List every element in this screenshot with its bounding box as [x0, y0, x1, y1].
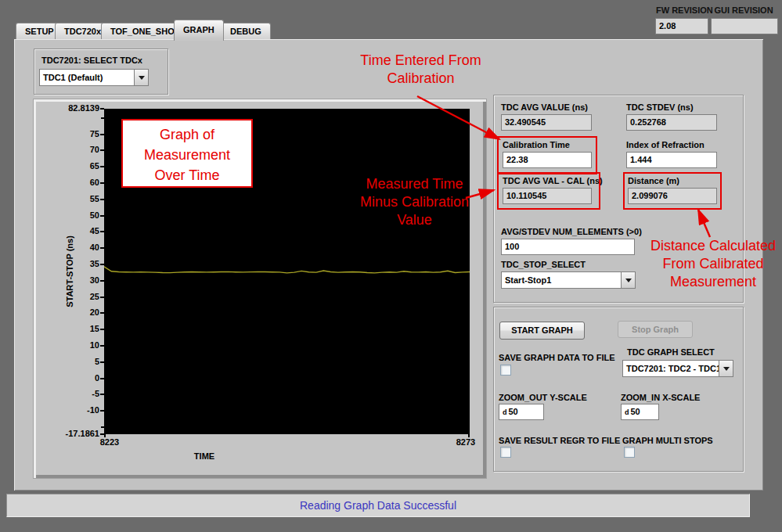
distance-field: 2.099076 — [628, 188, 717, 204]
y-axis-tick-mark — [100, 264, 104, 265]
tdc-stop-select-value: Start-Stop1 — [502, 272, 621, 288]
tdc-avg-val-cal-label: TDC AVG VAL - CAL (ns) — [503, 176, 603, 185]
y-axis-tick-mark — [100, 149, 104, 151]
save-result-regr-label: SAVE RESULT REGR TO FILE — [499, 436, 620, 445]
tdc-graph-select-value: TDC7201: TDC2 - TDC1 — [623, 361, 719, 376]
tdc7201-evm-window: FW REVISION GUI REVISION 2.08 SETUP TDC7… — [0, 0, 782, 532]
y-axis-tick-mark — [100, 410, 104, 412]
distance-label: Distance (m) — [628, 176, 679, 185]
y-axis-tick-mark — [101, 117, 104, 119]
zoom-out-y-field[interactable]: d50 — [499, 404, 544, 420]
graph-multi-stops-label: GRAPH MULTI STOPS — [622, 436, 713, 445]
annotation-graph-of-measurement: Graph ofMeasurementOver Time — [121, 119, 253, 188]
radix-indicator: d — [625, 408, 629, 416]
y-axis-tick-label: 75 — [45, 129, 99, 138]
tdc-select-dropdown-button[interactable] — [134, 70, 148, 85]
index-of-refraction-label: Index of Refraction — [626, 140, 705, 149]
graph-panel: START-STOP (ns) Graph ofMeasurementOver … — [34, 99, 486, 478]
chevron-down-icon — [139, 76, 145, 80]
tdc-stdev-field: 0.252768 — [626, 114, 717, 131]
save-graph-data-checkbox[interactable] — [500, 365, 511, 376]
annotation-measured-time: Measured TimeMinus CalibrationValue — [334, 175, 495, 229]
y-axis-tick-mark — [100, 182, 104, 184]
annotation-distance-calculated: Distance CalculatedFrom CalibratedMeasur… — [645, 237, 781, 291]
calibration-time-field[interactable]: 22.38 — [503, 152, 592, 168]
y-axis-tick-mark — [100, 215, 104, 217]
y-axis-tick-mark — [100, 297, 104, 298]
y-axis-tick-mark — [100, 345, 104, 347]
y-axis-tick-mark — [101, 426, 104, 428]
annotation-line: Time Entered From — [337, 52, 505, 70]
annotation-line: Graph of — [123, 124, 251, 145]
tdc-select-label: TDC7201: SELECT TDCx — [41, 56, 142, 65]
y-axis-tick-mark — [100, 166, 104, 167]
y-axis-tick-label: 10 — [45, 340, 99, 350]
x-axis-min-label: 8223 — [86, 437, 133, 447]
y-axis-tick-label: 30 — [45, 275, 99, 285]
y-axis-tick-label: 70 — [45, 145, 99, 154]
save-result-regr-checkbox[interactable] — [500, 447, 511, 458]
x-axis-max-label: 8273 — [442, 437, 489, 447]
annotation-line: Over Time — [123, 165, 251, 185]
status-message: Reading Graph Data Successful — [300, 499, 456, 512]
annotation-time-entered: Time Entered FromCalibration — [337, 52, 505, 88]
y-axis-tick-mark — [100, 312, 104, 314]
fw-revision-label: FW REVISION — [656, 5, 708, 15]
tab-graph[interactable]: GRAPH — [174, 20, 224, 41]
status-bar: Reading Graph Data Successful — [6, 494, 750, 517]
y-axis-tick-label: 40 — [45, 243, 99, 252]
save-graph-data-label: SAVE GRAPH DATA TO FILE — [499, 353, 615, 362]
gui-revision-field — [711, 18, 778, 34]
tdc-stop-select-dropdown[interactable]: Start-Stop1 — [501, 271, 636, 289]
tdc-graph-select-dropdown-button[interactable] — [719, 361, 733, 376]
annotation-line: Calibration — [337, 70, 505, 88]
fw-revision-field: 2.08 — [655, 18, 708, 34]
num-elements-label: AVG/STDEV NUM_ELEMENTS (>0) — [501, 227, 642, 236]
zoom-out-y-label: ZOOM_OUT Y-SCALE — [499, 393, 587, 402]
annotation-line: Measured Time — [334, 175, 495, 193]
start-graph-button[interactable]: START GRAPH — [499, 322, 585, 340]
tdc-graph-select-label: TDC GRAPH SELECT — [627, 347, 715, 357]
y-axis-tick-label: 60 — [45, 178, 99, 187]
chevron-down-icon — [723, 367, 730, 371]
tdc-select-dropdown[interactable]: TDC1 (Default) — [39, 69, 149, 86]
gui-revision-label: GUI REVISION — [710, 5, 777, 15]
zoom-in-x-label: ZOOM_IN X-SCALE — [621, 393, 700, 402]
y-axis-tick-mark — [100, 280, 104, 282]
annotation-line: Measurement — [645, 273, 781, 291]
tdc-avg-value-field: 32.490545 — [501, 114, 592, 131]
calibration-time-label: Calibration Time — [503, 140, 570, 149]
graph-multi-stops-checkbox[interactable] — [624, 447, 635, 458]
y-axis-tick-label: 20 — [45, 307, 99, 317]
y-axis-tick-label: 25 — [45, 292, 99, 301]
tdc-stop-select-label: TDC_STOP_SELECT — [501, 260, 586, 269]
y-axis-tick-label: 35 — [45, 259, 99, 268]
annotation-line: From Calibrated — [645, 255, 781, 273]
y-axis-tick-label: 82.8139 — [45, 103, 99, 113]
tab-debug[interactable]: DEBUG — [221, 23, 271, 39]
annotation-line: Distance Calculated — [645, 237, 781, 255]
y-axis-tick-mark — [100, 134, 104, 135]
y-axis-tick-mark — [100, 199, 104, 200]
y-axis-tick-mark — [100, 329, 104, 330]
radix-indicator: d — [503, 408, 507, 416]
y-axis-tick-label: -17.1861 — [45, 429, 99, 438]
num-elements-field[interactable]: 100 — [501, 239, 635, 255]
tdc-stdev-label: TDC STDEV (ns) — [626, 102, 694, 112]
tdc-avg-value-label: TDC AVG VALUE (ns) — [501, 102, 588, 112]
tdc-graph-select-dropdown[interactable]: TDC7201: TDC2 - TDC1 — [622, 360, 733, 377]
y-axis-tick-label: -10 — [45, 405, 99, 415]
index-of-refraction-field[interactable]: 1.444 — [626, 152, 717, 168]
zoom-out-y-value: 50 — [509, 407, 518, 416]
annotation-line: Minus Calibration — [334, 193, 495, 211]
annotation-line: Measurement — [123, 145, 251, 165]
tdc-stop-select-dropdown-button[interactable] — [621, 272, 635, 288]
tdc-select-value: TDC1 (Default) — [40, 70, 134, 85]
annotation-line: Value — [334, 211, 495, 229]
zoom-in-x-field[interactable]: d50 — [621, 404, 659, 420]
stop-graph-button[interactable]: Stop Graph — [618, 321, 693, 338]
y-axis-tick-mark — [100, 378, 104, 379]
y-axis-tick-mark — [100, 361, 104, 363]
y-axis-tick-label: 50 — [45, 210, 99, 220]
y-axis-tick-label: 0 — [45, 373, 99, 383]
